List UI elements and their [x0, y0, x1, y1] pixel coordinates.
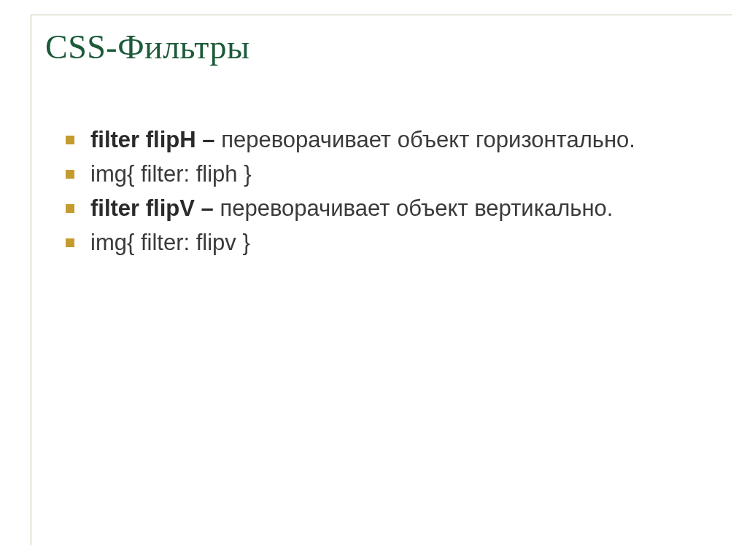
slide-content: filter flipH – переворачивает объект гор… — [66, 125, 703, 262]
list-item-bold: filter flipH – — [90, 127, 221, 152]
list-item-text: img{ filter: flipv } — [90, 230, 250, 255]
list-item: filter flipH – переворачивает объект гор… — [66, 125, 703, 155]
slide-title: CSS-Фильтры — [45, 28, 249, 66]
list-item-bold: filter flipV – — [90, 195, 220, 221]
bullet-list: filter flipH – переворачивает объект гор… — [66, 125, 703, 258]
list-item: filter flipV – переворачивает объект вер… — [66, 194, 703, 224]
list-item-text: переворачивает объект вертикально. — [220, 195, 613, 221]
frame-left-line — [31, 15, 31, 545]
frame-top-line — [31, 15, 732, 15]
list-item-text: переворачивает объект горизонтально. — [221, 127, 635, 152]
list-item: img{ filter: flipv } — [66, 228, 703, 258]
slide: CSS-Фильтры filter flipH – переворачивае… — [0, 0, 747, 560]
list-item: img{ filter: fliph } — [66, 160, 703, 190]
list-item-text: img{ filter: fliph } — [90, 161, 252, 187]
